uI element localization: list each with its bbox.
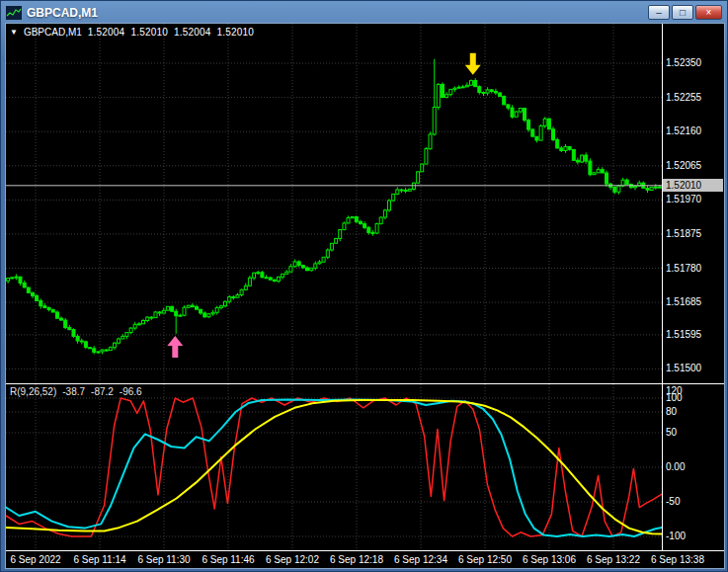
price-scale-label: 1.52160 (666, 125, 701, 136)
indicator-value-3: -96.6 (120, 386, 142, 397)
close-value: 1.52010 (217, 27, 255, 38)
price-scale-label: 1.51970 (666, 194, 701, 204)
time-axis[interactable]: 6 Sep 20226 Sep 11:146 Sep 11:306 Sep 11… (6, 550, 724, 568)
price-scale-label: 1.52255 (666, 92, 701, 103)
chart-area: ▼ GBPCAD,M1 1.52004 1.52010 1.52004 1.52… (5, 23, 725, 569)
indicator-scale-label: 80 (666, 406, 677, 417)
candles-group (7, 59, 662, 355)
low-value: 1.52004 (174, 27, 211, 38)
buy-arrow-icon[interactable] (167, 336, 183, 358)
window-title: GBPCAD,M1 (27, 6, 643, 20)
indicator-scale: 12010080500.00-50-100 (662, 384, 724, 550)
wpr-line-26 (6, 399, 662, 536)
sell-arrow-icon[interactable] (465, 53, 481, 75)
price-scale-label: 1.51875 (666, 228, 701, 239)
collapse-icon[interactable]: ▼ (10, 28, 18, 37)
symbol-ohlc-header[interactable]: ▼ GBPCAD,M1 1.52004 1.52010 1.52004 1.52… (10, 27, 254, 38)
price-scale-label: 1.51500 (666, 363, 701, 373)
restore-button[interactable]: □ (672, 5, 693, 20)
price-scale-label: 1.51595 (666, 329, 701, 340)
window-buttons: – □ × (648, 5, 722, 20)
minimize-button[interactable]: – (648, 5, 670, 20)
time-axis-label: 6 Sep 13:38 (638, 554, 717, 565)
indicator-scale-label: -50 (666, 496, 680, 507)
indicator-value-2: -87.2 (91, 386, 114, 397)
indicator-value-1: -38.7 (62, 386, 85, 397)
price-scale-label: 1.52350 (666, 57, 701, 68)
price-scale[interactable]: 1.523501.522551.521601.520651.519701.518… (662, 24, 724, 383)
mt4-chart-window: GBPCAD,M1 – □ × ▼ GBPCAD,M1 1.52004 1.52… (0, 0, 728, 572)
indicator-name: R(9,26,52) (10, 386, 56, 397)
close-button[interactable]: × (695, 5, 722, 20)
indicator-grid (6, 384, 662, 550)
symbol-label: GBPCAD,M1 (24, 27, 82, 38)
price-scale-label: 1.51685 (666, 296, 701, 307)
high-value: 1.52010 (130, 27, 168, 38)
chart-icon (6, 6, 22, 20)
titlebar[interactable]: GBPCAD,M1 – □ × (2, 1, 726, 22)
indicator-scale-label: -100 (666, 531, 686, 541)
main-grid (6, 24, 662, 383)
open-value: 1.52004 (88, 27, 125, 38)
indicator-scale-label: 50 (666, 427, 677, 438)
price-scale-label: 1.51780 (666, 263, 701, 274)
candlestick-plot[interactable]: ▼ GBPCAD,M1 1.52004 1.52010 1.52004 1.52… (6, 24, 662, 383)
indicator-panel[interactable]: R(9,26,52) -38.7 -87.2 -96.6 (6, 384, 662, 550)
current-price-label: 1.52010 (663, 179, 723, 192)
price-scale-label: 1.52065 (666, 160, 701, 171)
indicator-scale-label: 100 (666, 392, 683, 403)
indicator-header: R(9,26,52) -38.7 -87.2 -96.6 (10, 386, 142, 397)
indicator-scale-label: 0.00 (666, 461, 685, 472)
